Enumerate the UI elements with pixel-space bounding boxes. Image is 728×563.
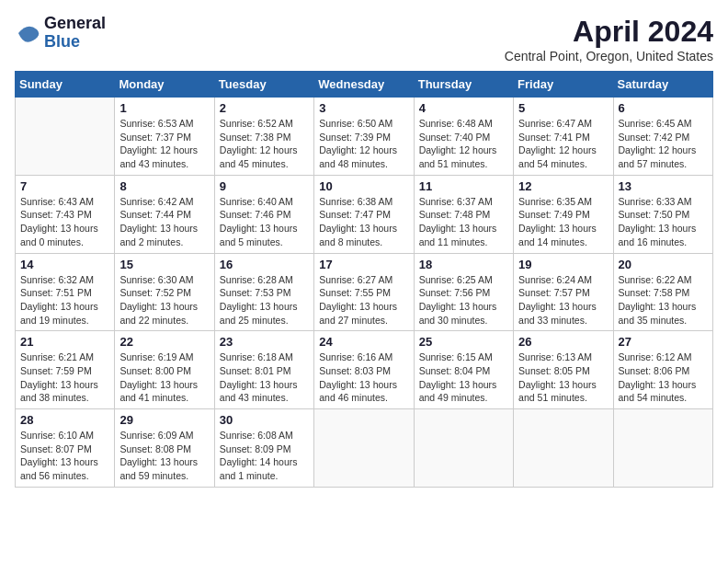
daylight-text: Daylight: 13 hours and 51 minutes. bbox=[518, 379, 597, 404]
sunset-text: Sunset: 7:58 PM bbox=[619, 287, 690, 298]
sunset-text: Sunset: 7:53 PM bbox=[220, 287, 291, 298]
table-row: 27 Sunrise: 6:12 AM Sunset: 8:06 PM Dayl… bbox=[613, 331, 712, 409]
day-number: 9 bbox=[220, 179, 309, 193]
daylight-text: Daylight: 13 hours and 27 minutes. bbox=[319, 301, 397, 326]
sunrise-text: Sunrise: 6:13 AM bbox=[518, 351, 592, 362]
sunrise-text: Sunrise: 6:37 AM bbox=[419, 196, 493, 207]
day-info: Sunrise: 6:48 AM Sunset: 7:40 PM Dayligh… bbox=[419, 117, 508, 171]
day-number: 6 bbox=[619, 101, 708, 115]
sunrise-text: Sunrise: 6:09 AM bbox=[119, 430, 193, 441]
sunrise-text: Sunrise: 6:45 AM bbox=[619, 118, 692, 129]
table-row: 28 Sunrise: 6:10 AM Sunset: 8:07 PM Dayl… bbox=[16, 409, 115, 488]
daylight-text: Daylight: 13 hours and 59 minutes. bbox=[119, 456, 198, 481]
daylight-text: Daylight: 13 hours and 22 minutes. bbox=[119, 301, 198, 326]
day-number: 12 bbox=[518, 179, 608, 193]
day-number: 24 bbox=[319, 335, 408, 349]
daylight-text: Daylight: 12 hours and 51 minutes. bbox=[419, 144, 497, 169]
day-info: Sunrise: 6:10 AM Sunset: 8:07 PM Dayligh… bbox=[20, 429, 109, 483]
calendar-week-row: 1 Sunrise: 6:53 AM Sunset: 7:37 PM Dayli… bbox=[16, 98, 713, 176]
sunrise-text: Sunrise: 6:16 AM bbox=[319, 351, 392, 362]
day-info: Sunrise: 6:25 AM Sunset: 7:56 PM Dayligh… bbox=[419, 273, 508, 327]
sunrise-text: Sunrise: 6:32 AM bbox=[20, 274, 94, 285]
daylight-text: Daylight: 13 hours and 8 minutes. bbox=[319, 223, 397, 247]
sunset-text: Sunset: 8:09 PM bbox=[220, 443, 291, 454]
day-info: Sunrise: 6:16 AM Sunset: 8:03 PM Dayligh… bbox=[319, 350, 408, 405]
daylight-text: Daylight: 12 hours and 43 minutes. bbox=[119, 144, 198, 169]
daylight-text: Daylight: 13 hours and 0 minutes. bbox=[20, 223, 98, 247]
day-info: Sunrise: 6:15 AM Sunset: 8:04 PM Dayligh… bbox=[419, 350, 508, 405]
table-row: 5 Sunrise: 6:47 AM Sunset: 7:41 PM Dayli… bbox=[514, 98, 613, 176]
day-info: Sunrise: 6:32 AM Sunset: 7:51 PM Dayligh… bbox=[20, 273, 109, 327]
sunset-text: Sunset: 7:41 PM bbox=[518, 132, 590, 143]
daylight-text: Daylight: 12 hours and 45 minutes. bbox=[220, 144, 298, 169]
sunset-text: Sunset: 7:56 PM bbox=[419, 287, 491, 298]
day-number: 16 bbox=[220, 258, 309, 271]
sunrise-text: Sunrise: 6:27 AM bbox=[319, 274, 392, 285]
day-number: 15 bbox=[119, 258, 209, 271]
day-info: Sunrise: 6:43 AM Sunset: 7:43 PM Dayligh… bbox=[20, 195, 109, 249]
day-info: Sunrise: 6:21 AM Sunset: 7:59 PM Dayligh… bbox=[20, 350, 109, 405]
day-info: Sunrise: 6:53 AM Sunset: 7:37 PM Dayligh… bbox=[119, 117, 209, 171]
day-info: Sunrise: 6:19 AM Sunset: 8:00 PM Dayligh… bbox=[119, 350, 209, 405]
day-number: 5 bbox=[518, 101, 608, 115]
daylight-text: Daylight: 13 hours and 25 minutes. bbox=[220, 301, 298, 326]
daylight-text: Daylight: 13 hours and 38 minutes. bbox=[20, 379, 98, 404]
sunrise-text: Sunrise: 6:30 AM bbox=[119, 274, 193, 285]
daylight-text: Daylight: 13 hours and 56 minutes. bbox=[20, 456, 98, 481]
table-row: 19 Sunrise: 6:24 AM Sunset: 7:57 PM Dayl… bbox=[514, 253, 613, 331]
sunrise-text: Sunrise: 6:19 AM bbox=[119, 351, 193, 362]
col-thursday: Thursday bbox=[414, 72, 513, 98]
logo-blue-text: Blue bbox=[44, 33, 106, 52]
sunset-text: Sunset: 7:42 PM bbox=[619, 132, 690, 143]
day-number: 10 bbox=[319, 179, 408, 193]
sunrise-text: Sunrise: 6:28 AM bbox=[220, 274, 293, 285]
sunrise-text: Sunrise: 6:53 AM bbox=[119, 118, 193, 129]
table-row: 24 Sunrise: 6:16 AM Sunset: 8:03 PM Dayl… bbox=[314, 331, 414, 409]
day-number: 27 bbox=[619, 335, 708, 349]
table-row bbox=[414, 409, 513, 488]
day-info: Sunrise: 6:22 AM Sunset: 7:58 PM Dayligh… bbox=[619, 273, 708, 327]
sunset-text: Sunset: 7:47 PM bbox=[319, 209, 391, 220]
month-title: April 2024 bbox=[505, 15, 713, 49]
logo-icon bbox=[15, 20, 40, 46]
sunrise-text: Sunrise: 6:38 AM bbox=[319, 196, 392, 207]
day-info: Sunrise: 6:38 AM Sunset: 7:47 PM Dayligh… bbox=[319, 195, 408, 249]
table-row: 16 Sunrise: 6:28 AM Sunset: 7:53 PM Dayl… bbox=[214, 253, 313, 331]
day-number: 21 bbox=[20, 335, 109, 349]
calendar-table: Sunday Monday Tuesday Wednesday Thursday… bbox=[15, 71, 713, 488]
day-number: 30 bbox=[220, 413, 309, 427]
sunset-text: Sunset: 8:00 PM bbox=[119, 365, 191, 376]
col-wednesday: Wednesday bbox=[314, 72, 414, 98]
daylight-text: Daylight: 13 hours and 5 minutes. bbox=[220, 223, 298, 247]
day-info: Sunrise: 6:35 AM Sunset: 7:49 PM Dayligh… bbox=[518, 195, 608, 249]
sunset-text: Sunset: 8:07 PM bbox=[20, 443, 92, 454]
daylight-text: Daylight: 13 hours and 30 minutes. bbox=[419, 301, 497, 326]
sunrise-text: Sunrise: 6:50 AM bbox=[319, 118, 392, 129]
sunset-text: Sunset: 7:43 PM bbox=[20, 209, 92, 220]
sunset-text: Sunset: 7:51 PM bbox=[20, 287, 92, 298]
table-row: 7 Sunrise: 6:43 AM Sunset: 7:43 PM Dayli… bbox=[16, 175, 115, 253]
col-friday: Friday bbox=[514, 72, 613, 98]
day-number: 2 bbox=[220, 101, 309, 115]
daylight-text: Daylight: 13 hours and 54 minutes. bbox=[619, 379, 697, 404]
calendar-week-row: 28 Sunrise: 6:10 AM Sunset: 8:07 PM Dayl… bbox=[16, 409, 713, 488]
sunset-text: Sunset: 7:39 PM bbox=[319, 132, 391, 143]
calendar-header-row: Sunday Monday Tuesday Wednesday Thursday… bbox=[16, 72, 713, 98]
sunset-text: Sunset: 7:52 PM bbox=[119, 287, 191, 298]
logo-text: General Blue bbox=[44, 15, 106, 52]
daylight-text: Daylight: 12 hours and 48 minutes. bbox=[319, 144, 397, 169]
calendar-week-row: 7 Sunrise: 6:43 AM Sunset: 7:43 PM Dayli… bbox=[16, 175, 713, 253]
sunset-text: Sunset: 8:01 PM bbox=[220, 365, 291, 376]
day-number: 14 bbox=[20, 258, 109, 271]
sunrise-text: Sunrise: 6:10 AM bbox=[20, 430, 94, 441]
sunset-text: Sunset: 7:48 PM bbox=[419, 209, 491, 220]
day-number: 4 bbox=[419, 101, 508, 115]
day-number: 1 bbox=[119, 101, 209, 115]
sunset-text: Sunset: 7:44 PM bbox=[119, 209, 191, 220]
sunrise-text: Sunrise: 6:35 AM bbox=[518, 196, 592, 207]
day-info: Sunrise: 6:18 AM Sunset: 8:01 PM Dayligh… bbox=[220, 350, 309, 405]
sunset-text: Sunset: 8:06 PM bbox=[619, 365, 690, 376]
sunrise-text: Sunrise: 6:25 AM bbox=[419, 274, 493, 285]
sunrise-text: Sunrise: 6:18 AM bbox=[220, 351, 293, 362]
table-row: 30 Sunrise: 6:08 AM Sunset: 8:09 PM Dayl… bbox=[214, 409, 313, 488]
